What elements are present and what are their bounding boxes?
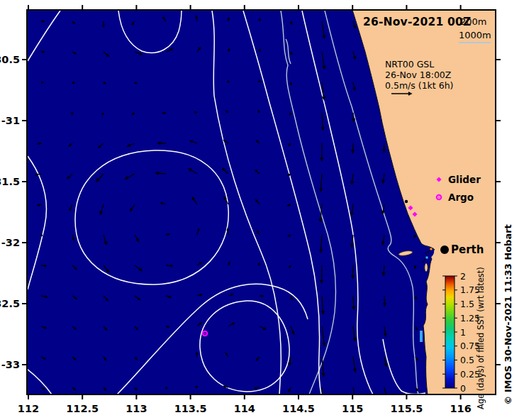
axis-tick-label: -31.5 (0, 176, 20, 187)
colorbar-tick-label: 1.5 (460, 299, 474, 309)
axis-tick-label: -31 (1, 115, 20, 126)
axis-tick-label: 112 (18, 403, 39, 414)
annotation-time: 26-Nov 18:00Z (385, 70, 451, 80)
colorbar-tick-label: 0.5 (460, 355, 474, 365)
map-figure: 112112.5113113.5114114.5115115.5116-30.5… (0, 0, 524, 420)
axis-tick-label: 113 (126, 403, 147, 414)
axis-tick-label: 115.5 (390, 403, 423, 414)
axis-tick-label: -33 (1, 359, 20, 370)
island (425, 263, 428, 272)
colorbar-tick-label: 2 (460, 271, 466, 282)
colorbar-tick-label: 1 (460, 327, 466, 338)
axis-tick-label: 115 (342, 403, 363, 414)
legend-argo-label: Argo (448, 192, 474, 204)
glider-track (420, 331, 423, 342)
colorbar-tick-label: 0 (460, 383, 466, 394)
axis-tick-label: 114 (234, 403, 255, 414)
depth-contour-sample-line (459, 42, 491, 43)
depth-label-1000m: 1000m (459, 31, 491, 41)
perth-dot (440, 245, 449, 254)
depth-label-200m: 200m (460, 17, 486, 28)
axis-tick-label: -30.5 (0, 54, 20, 65)
axis-tick-label: -32.5 (0, 298, 20, 309)
legend-glider-label: Glider (448, 175, 481, 186)
credit-watermark: © IMOS 30-Nov-2021 11:33 Hobart (503, 215, 514, 414)
annotation-scale: 0.5m/s (1kt 6h) (385, 81, 453, 91)
axis-tick-label: 116 (450, 403, 471, 414)
colorbar-axis-label: Age (days) of filled SST (wrt latest) (476, 257, 486, 420)
axis-tick-label: 112.5 (66, 403, 99, 414)
axis-tick-label: -32 (1, 237, 20, 248)
annotation-model: NRT00 GSL (385, 60, 434, 70)
page-root: 112112.5113113.5114114.5115115.5116-30.5… (0, 0, 524, 420)
map-title: 26-Nov-2021 00Z (363, 16, 472, 29)
axis-tick-label: 114.5 (282, 403, 315, 414)
colorbar-gradient (445, 276, 455, 388)
axis-tick-label: 113.5 (174, 403, 207, 414)
city-label-perth: Perth (451, 244, 484, 256)
